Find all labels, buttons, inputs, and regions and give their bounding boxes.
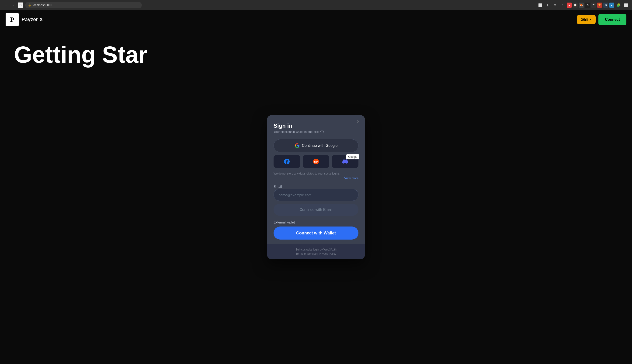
network-label: Görli [580,18,588,22]
share-icon[interactable]: ⬆ [552,2,558,8]
sidebar-icon[interactable]: ⬜ [623,2,629,8]
ext-clipboard[interactable]: 📋 [573,2,578,8]
google-signin-button[interactable]: Continue with Google Google [273,139,359,152]
modal-subtitle-text: Your blockchain wallet in one-click [273,130,320,134]
forward-button[interactable]: → [10,2,16,8]
chevron-down-icon: ▼ [589,18,592,21]
ext-x[interactable]: ✕ [585,2,590,8]
back-button[interactable]: ← [3,2,9,8]
footer-text: Self-custodial login by Web3Auth [273,248,359,251]
logo-box: P [6,13,19,26]
network-button[interactable]: Görli ▼ [577,15,596,24]
connect-wallet-button[interactable]: Connect with Wallet [273,226,359,240]
facebook-icon [284,159,290,164]
ext-fox[interactable]: 🦊 [579,2,584,8]
social-buttons-row [273,155,359,168]
logo-area: P Payzer X [6,13,43,26]
address-bar[interactable]: 🔒 localhost:3000 [25,2,142,8]
discord-icon [342,159,348,164]
view-more-link[interactable]: View more [273,176,359,180]
modal-title: Sign in [273,122,359,129]
browser-extension-icons: ⬜ ⬇ ⬆ ☆ ■ 📋 🦊 ✕ ✏ 🏆 🛡 ● 🧩 ⬜ [537,2,629,8]
continue-email-button[interactable]: Continue with Email [273,204,359,216]
ext-pen[interactable]: ✏ [591,2,596,8]
tab-icon[interactable]: ⬜ [537,2,543,8]
privacy-link[interactable]: Privacy Policy [319,252,336,256]
close-icon: ✕ [356,119,360,124]
ext-red[interactable]: ■ [567,2,572,8]
download-icon[interactable]: ⬇ [544,2,551,8]
email-label: Email [273,185,282,188]
reddit-icon [313,159,319,164]
reddit-signin-button[interactable] [303,155,330,168]
browser-chrome: ← → ↻ 🔒 localhost:3000 ⬜ ⬇ ⬆ ☆ ■ 📋 🦊 ✕ ✏… [0,0,632,10]
terms-link[interactable]: Terms of Service [296,252,317,256]
email-input[interactable] [273,189,359,201]
info-icon[interactable]: i [321,130,324,133]
lock-icon: 🔒 [28,4,31,6]
google-btn-label: Continue with Google [302,144,338,148]
logo-letter: P [10,16,14,23]
ext-shield[interactable]: 🛡 [603,2,608,8]
facebook-signin-button[interactable] [273,155,300,168]
privacy-note: We do not store any data related to your… [273,172,359,176]
hero-text: Getting Star [14,42,147,68]
footer-links: Terms of Service | Privacy Policy [273,252,359,256]
google-logo-icon [294,143,300,148]
hero-section: Getting Star [0,29,161,80]
url-text: localhost:3000 [33,3,52,7]
modal-subtitle: Your blockchain wallet in one-click i [273,130,359,134]
connect-nav-button[interactable]: Connect [598,14,626,25]
nav-right: Görli ▼ Connect [577,14,626,25]
modal-close-button[interactable]: ✕ [355,118,361,125]
puzzle-icon[interactable]: 🧩 [615,2,622,8]
logo-name: Payzer X [22,16,43,22]
modal-footer: Self-custodial login by Web3Auth Terms o… [267,244,365,259]
sign-in-modal: ✕ Sign in Your blockchain wallet in one-… [267,115,365,259]
app-container: P Payzer X Görli ▼ Connect Getting Star … [0,10,632,364]
ext-blue[interactable]: ● [609,2,614,8]
external-wallet-label: External wallet [273,220,359,224]
bookmark-icon[interactable]: ☆ [559,2,566,8]
reload-button[interactable]: ↻ [18,2,23,8]
discord-signin-button[interactable] [332,155,359,168]
ext-trophy[interactable]: 🏆 [597,2,602,8]
nav-bar: P Payzer X Görli ▼ Connect [0,10,632,29]
